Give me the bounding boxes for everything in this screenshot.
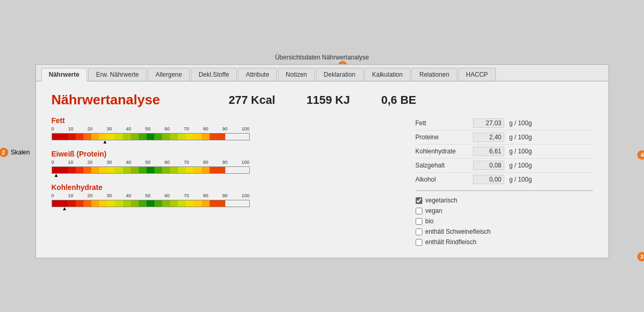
properties-list: vegetarisch vegan bio enthält Schwe bbox=[416, 195, 593, 247]
nutr-row-fett: Fett 27,03 g / 100g bbox=[416, 116, 593, 130]
scale-fett-label: Fett bbox=[52, 116, 395, 125]
nutrition-table: Fett 27,03 g / 100g Proteine 2,40 g / 10… bbox=[416, 116, 593, 186]
scale-fett-bar: ▲ bbox=[52, 133, 250, 140]
page-title: Übersichtsdaten Nährwertanalyse bbox=[275, 54, 369, 61]
divider bbox=[416, 190, 593, 191]
prop-vegan-checkbox[interactable] bbox=[416, 208, 422, 214]
scale-eiweiss-numbers: 0102030405060708090100 bbox=[52, 160, 250, 165]
body-row: Fett 0102030405060708090100 bbox=[52, 116, 593, 247]
kj-value: 1159 KJ bbox=[307, 93, 350, 107]
scale-fett-numbers: 0102030405060708090100 bbox=[52, 126, 250, 131]
annotation-eigenschaften: 3 Eigenschaften / Statische Attribute bbox=[637, 252, 644, 261]
tab-attribute[interactable]: Attribute bbox=[238, 68, 277, 81]
nutr-row-proteine: Proteine 2,40 g / 100g bbox=[416, 130, 593, 145]
scale-kohlenhydrate-bar: ▲ bbox=[52, 200, 250, 207]
scale-kohlenhydrate: Kohlenhydrate 0102030405060708090100 bbox=[52, 183, 395, 207]
prop-bio: bio bbox=[416, 216, 593, 226]
prop-vegetarisch-checkbox[interactable] bbox=[416, 197, 422, 204]
scale-kohlenhydrate-label: Kohlenhydrate bbox=[52, 183, 395, 191]
scale-eiweiss: Eiweiß (Protein) 0102030405060708090100 bbox=[52, 150, 395, 174]
nutr-row-alkohol: Alkohol 0,00 g / 100g bbox=[416, 173, 593, 186]
be-value: 0,6 BE bbox=[381, 93, 416, 107]
header-row: Nährwertanalyse 277 Kcal 1159 KJ 0,6 BE bbox=[52, 92, 593, 108]
nutr-row-salzgehalt: Salzgehalt 0,08 g / 100g bbox=[416, 159, 593, 173]
scale-eiweiss-label: Eiweiß (Protein) bbox=[52, 150, 395, 158]
tab-bar: Nährwerte Erw. Nährwerte Allergene Dekl.… bbox=[36, 65, 609, 81]
right-column: Fett 27,03 g / 100g Proteine 2,40 g / 10… bbox=[416, 116, 593, 247]
annotation-skalen: 2 Skalen bbox=[0, 148, 30, 157]
prop-schweinefleisch: enthält Schweinefleisch bbox=[416, 226, 593, 237]
annotation-zusammensetzung: 4 Zusammensetzung bbox=[637, 150, 644, 160]
prop-bio-checkbox[interactable] bbox=[416, 218, 422, 225]
tab-naehrwerte[interactable]: Nährwerte bbox=[41, 68, 88, 81]
tab-kalkulation[interactable]: Kalkulation bbox=[364, 68, 411, 81]
tab-erw-naehrwerte[interactable]: Erw. Nährwerte bbox=[88, 68, 147, 81]
scale-kohlenhydrate-numbers: 0102030405060708090100 bbox=[52, 193, 250, 198]
scales-column: Fett 0102030405060708090100 bbox=[52, 116, 395, 247]
tab-deklaration[interactable]: Deklaration bbox=[316, 68, 363, 81]
analysis-title: Nährwertanalyse bbox=[52, 92, 198, 108]
tab-haccp[interactable]: HACCP bbox=[458, 68, 496, 81]
scale-kohlenhydrate-marker: ▲ bbox=[62, 206, 67, 211]
tab-relationen[interactable]: Relationen bbox=[411, 68, 457, 81]
scale-fett-marker: ▲ bbox=[102, 139, 107, 145]
prop-schweinefleisch-checkbox[interactable] bbox=[416, 229, 422, 235]
prop-rindfleisch-checkbox[interactable] bbox=[416, 239, 422, 246]
prop-vegan: vegan bbox=[416, 206, 593, 216]
tab-allergene[interactable]: Allergene bbox=[148, 68, 190, 81]
main-panel: Nährwerte Erw. Nährwerte Allergene Dekl.… bbox=[35, 64, 609, 258]
nutr-row-kohlenhydrate: Kohlenhydrate 6,61 g / 100g bbox=[416, 145, 593, 159]
prop-rindfleisch: enthält Rindfleisch bbox=[416, 237, 593, 247]
prop-vegetarisch: vegetarisch bbox=[416, 195, 593, 206]
tab-dekl-stoffe[interactable]: Dekl.Stoffe bbox=[191, 68, 237, 81]
scale-eiweiss-bar: ▲ bbox=[52, 166, 250, 174]
tab-notizen[interactable]: Notizen bbox=[278, 68, 315, 81]
kcal-value: 277 Kcal bbox=[229, 93, 275, 107]
scale-fett: Fett 0102030405060708090100 bbox=[52, 116, 395, 140]
scale-eiweiss-marker: ▲ bbox=[54, 172, 59, 178]
